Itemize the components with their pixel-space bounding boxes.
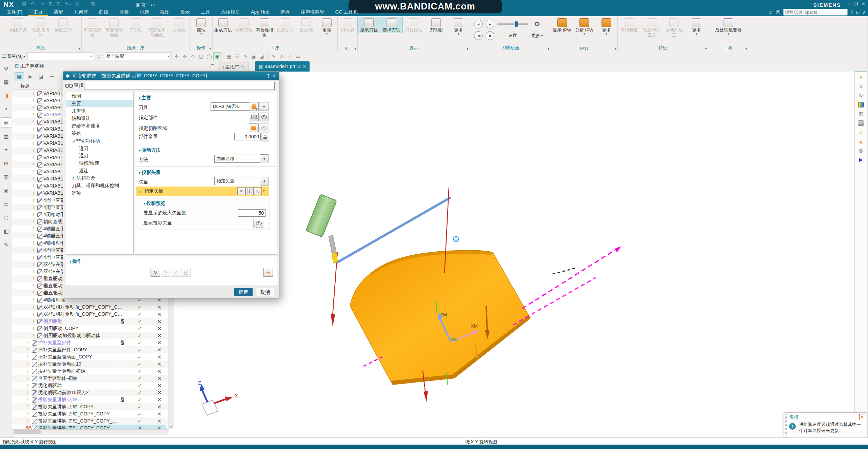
- navigator-row[interactable]: ! 优化后驱动: [12, 382, 169, 389]
- navigator-row[interactable]: ! 优化后驱动前倾10跟刀2: [12, 389, 169, 396]
- ribbon-button[interactable]: 创建几何体 ▾: [29, 17, 52, 38]
- view-shortcut-icon[interactable]: [857, 101, 865, 109]
- maximize-button[interactable]: ❒: [854, 1, 858, 6]
- navigator-row[interactable]: ! 侧刃驱动加投影朝向驱动体: [12, 332, 169, 339]
- snap-tool-icon[interactable]: [258, 53, 265, 60]
- navigator-row[interactable]: ! 双4轴相对驱动面_COPY_COPY_COP...: [12, 311, 169, 318]
- ribbon-button[interactable]: 创建刀具 ▾: [7, 17, 29, 33]
- dialog-find-input[interactable]: [84, 82, 275, 90]
- menu-tab[interactable]: 几何体: [68, 9, 94, 16]
- replay-toolpath-button[interactable]: [161, 268, 170, 277]
- navigator-row[interactable]: ! 双4轴相对驱动面_COPY_COPY_COP...: [12, 304, 169, 311]
- dialog-title-bar[interactable]: 可变轮廓铣 - [投影矢量讲解-刀轴_COPY_COPY_COPY_COPY] …: [63, 72, 279, 80]
- navigator-row[interactable]: ! 侧刃驱动_COPY: [12, 325, 169, 332]
- max-vectors-input[interactable]: 50: [238, 209, 265, 217]
- snap-tool-icon[interactable]: [250, 53, 257, 60]
- dialog-nav-item[interactable]: 进给率和速度: [66, 122, 133, 130]
- duplicate-icon[interactable]: [91, 1, 95, 6]
- menu-tab[interactable]: 注塑模向导: [295, 9, 330, 16]
- annotation-tool-icon[interactable]: [278, 53, 285, 60]
- go-to-end-button[interactable]: [486, 31, 494, 40]
- ribbon-button[interactable]: 型腔铣: [168, 17, 190, 33]
- resource-bar-icon[interactable]: [1, 91, 11, 100]
- go-to-start-button[interactable]: [474, 31, 483, 40]
- resource-bar-icon[interactable]: [1, 199, 11, 209]
- reset-vector-button[interactable]: [237, 187, 245, 195]
- ribbon-button[interactable]: 生成刀轨 ▾: [213, 17, 233, 33]
- dialog-nav-item[interactable]: 进刀: [66, 144, 133, 152]
- save-icon[interactable]: [22, 1, 26, 6]
- section-preview-header[interactable]: 投影预览: [143, 200, 165, 207]
- ribbon-button[interactable]: 分析 IPW ▾: [573, 17, 595, 36]
- view-shortcut-icon[interactable]: [857, 74, 865, 81]
- section-actions-header[interactable]: 操作: [70, 258, 82, 265]
- scroll-right-icon[interactable]: ›: [166, 430, 167, 434]
- brush-icon[interactable]: [65, 1, 71, 6]
- menu-tab[interactable]: 选择: [275, 9, 295, 16]
- menu-tab[interactable]: 文件(F): [1, 9, 28, 16]
- ribbon-button[interactable]: 显示刀轨 ▾: [358, 17, 380, 33]
- dialog-close-icon[interactable]: ✕: [272, 73, 276, 79]
- play-forward-button[interactable]: [486, 20, 494, 28]
- slider-knob[interactable]: [515, 21, 518, 27]
- ribbon-button[interactable]: 机床仿真 ▾: [275, 17, 296, 33]
- ribbon-button[interactable]: 检查刀轨 ▾: [233, 17, 254, 33]
- ribbon-button[interactable]: 更多 ▾: [595, 17, 617, 36]
- filter-icon[interactable]: [95, 53, 103, 60]
- help-icon[interactable]: [850, 9, 853, 15]
- selection-tool-icon[interactable]: [181, 53, 189, 60]
- cutting-tool[interactable]: [306, 194, 338, 263]
- undo-icon[interactable]: [30, 1, 37, 6]
- minimize-ribbon-icon[interactable]: [863, 9, 866, 15]
- new-tool-button[interactable]: [249, 102, 259, 111]
- resource-bar-icon[interactable]: [1, 240, 11, 249]
- annotation-tool-icon[interactable]: [286, 53, 294, 60]
- edit-drive-method-button[interactable]: [260, 154, 269, 163]
- section-main-header[interactable]: 主要: [139, 95, 151, 101]
- selection-tool-icon[interactable]: [173, 53, 180, 60]
- resource-bar-icon[interactable]: [1, 131, 11, 141]
- machine-tool-view-icon[interactable]: [26, 73, 35, 81]
- minimize-button[interactable]: ⎯: [848, 1, 851, 7]
- scroll-down-icon[interactable]: ∨: [170, 425, 172, 429]
- ribbon-button[interactable]: 可变轮廓铣: [82, 17, 103, 38]
- selection-tool-icon[interactable]: [214, 53, 221, 60]
- navigator-row[interactable]: ! 插补矢量至部件_COPY: [12, 346, 169, 353]
- snap-tool-icon[interactable]: [225, 53, 233, 60]
- resource-bar-icon[interactable]: [1, 226, 11, 236]
- menu-tab[interactable]: 曲线: [94, 9, 114, 16]
- part-stock-input[interactable]: 0.0000: [234, 133, 261, 140]
- resource-bar-icon[interactable]: [1, 172, 11, 181]
- dialog-nav-item[interactable]: 刀具、程序和机床控制: [66, 182, 133, 189]
- menu-tab[interactable]: 应用模块: [216, 9, 245, 16]
- ribbon-button[interactable]: 更多 ▾: [317, 17, 337, 36]
- dialog-help-icon[interactable]: ?: [267, 73, 270, 79]
- ribbon-button[interactable]: VT仿真: [338, 17, 357, 33]
- cut-icon[interactable]: [41, 1, 45, 6]
- navigator-row[interactable]: ! 投影矢量讲解-刀轴_COPY_COPY_COPY: [12, 417, 169, 425]
- scrollbar-thumb[interactable]: [14, 430, 41, 434]
- menu-tab[interactable]: 机床: [134, 9, 155, 16]
- tab-close-icon[interactable]: ✕: [303, 64, 306, 69]
- microphone-icon[interactable]: [75, 1, 79, 6]
- ribbon-button[interactable]: 后处理 ▾: [296, 17, 316, 33]
- resource-bar-icon[interactable]: [1, 145, 11, 154]
- menu-tab[interactable]: 装配: [48, 9, 68, 16]
- resource-bar-icon[interactable]: [1, 104, 11, 114]
- navigator-row[interactable]: ! 投影矢量讲解-刀轴_COPY_COPY_COP...: [12, 425, 169, 429]
- program-order-view-icon[interactable]: [15, 73, 24, 81]
- geometry-view-icon[interactable]: [37, 73, 45, 81]
- view-shortcut-icon[interactable]: [857, 119, 865, 127]
- view-shortcut-icon[interactable]: [857, 83, 865, 90]
- view-shortcut-icon[interactable]: [857, 138, 865, 145]
- dialog-nav-item[interactable]: 非切削移动: [66, 137, 133, 144]
- ribbon-button[interactable]: 查找特征 ▾: [618, 17, 640, 33]
- list-toolpath-button[interactable]: [181, 268, 191, 277]
- close-button[interactable]: ✕: [862, 1, 865, 6]
- tab-part-file[interactable]: 444model1.prt ✕: [255, 61, 310, 72]
- navigator-row[interactable]: ! 侧刃驱动: [12, 318, 169, 325]
- animation-speed-slider[interactable]: [497, 23, 528, 25]
- resource-bar-icon[interactable]: [1, 213, 11, 222]
- method-view-icon[interactable]: [47, 73, 56, 81]
- view-shortcut-icon[interactable]: [857, 156, 865, 163]
